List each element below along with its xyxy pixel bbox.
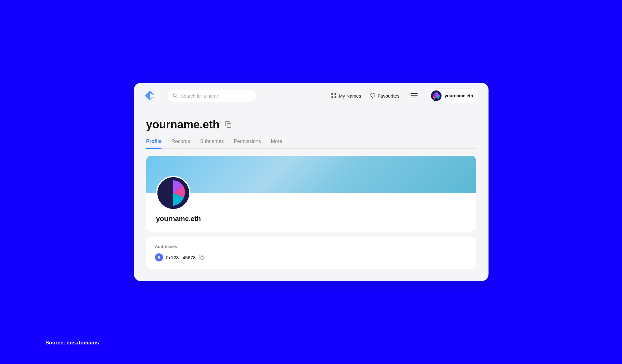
addresses-section-label: Addresses [155, 244, 467, 249]
eth-address-text: 0x123...45678 [166, 255, 196, 260]
tabs-row: Profile Records Subnames Permissions Mor… [146, 139, 476, 149]
tab-records[interactable]: Records [171, 139, 190, 149]
tab-subnames[interactable]: Subnames [200, 139, 224, 149]
svg-rect-4 [331, 96, 333, 98]
copy-domain-button[interactable] [223, 120, 233, 130]
grid-icon [331, 93, 337, 99]
favourites-label: Favourites [378, 93, 400, 99]
svg-rect-7 [411, 95, 418, 96]
hamburger-menu[interactable] [408, 92, 420, 99]
user-avatar [431, 90, 442, 101]
nav-bar: Search for a name My Names Favourites [134, 83, 489, 109]
profile-banner [146, 156, 476, 193]
main-card: Search for a name My Names Favourites [134, 83, 489, 281]
address-row: Ξ 0x123...45678 [155, 253, 467, 261]
ens-logo-wrap[interactable] [144, 90, 156, 102]
profile-info: yourname.eth [146, 193, 476, 232]
eth-icon: Ξ [155, 253, 163, 261]
profile-avatar-wrap [156, 176, 190, 210]
profile-avatar [156, 176, 190, 210]
copy-address-icon [199, 255, 204, 260]
profile-avatar-graphic [157, 177, 189, 209]
tab-more[interactable]: More [271, 139, 282, 149]
profile-name: yourname.eth [156, 215, 201, 223]
tab-profile[interactable]: Profile [146, 139, 162, 149]
user-name-label: yourname.eth [445, 93, 473, 98]
addresses-card: Addresses Ξ 0x123...45678 [146, 237, 476, 269]
eth-symbol: Ξ [157, 255, 160, 260]
svg-rect-2 [331, 93, 333, 95]
svg-rect-6 [411, 93, 418, 94]
svg-rect-8 [411, 98, 418, 98]
tab-permissions[interactable]: Permissions [234, 139, 261, 149]
favourites-link[interactable]: Favourites [370, 93, 400, 99]
search-bar[interactable]: Search for a name [166, 90, 256, 102]
domain-title: yourname.eth [146, 118, 220, 131]
search-placeholder: Search for a name [181, 93, 219, 99]
copy-address-button[interactable] [199, 255, 204, 260]
svg-rect-10 [227, 123, 231, 127]
search-icon [173, 93, 178, 98]
svg-rect-5 [334, 96, 336, 98]
nav-links: My Names Favourites [331, 88, 479, 103]
hamburger-icon [411, 93, 418, 98]
my-names-link[interactable]: My Names [331, 93, 361, 99]
user-pill[interactable]: yourname.eth [429, 88, 479, 103]
profile-card: yourname.eth [146, 156, 476, 232]
content-area: yourname.eth Profile Records Subnames Pe… [134, 109, 489, 281]
domain-title-row: yourname.eth [146, 118, 476, 131]
avatar-graphic [431, 90, 442, 101]
heart-icon [370, 93, 376, 99]
my-names-label: My Names [339, 93, 361, 99]
ens-logo-icon [144, 90, 156, 102]
source-attribution: Source: ens.domains [45, 340, 99, 346]
svg-rect-3 [334, 93, 336, 95]
svg-rect-12 [201, 256, 203, 260]
copy-icon [225, 121, 232, 128]
